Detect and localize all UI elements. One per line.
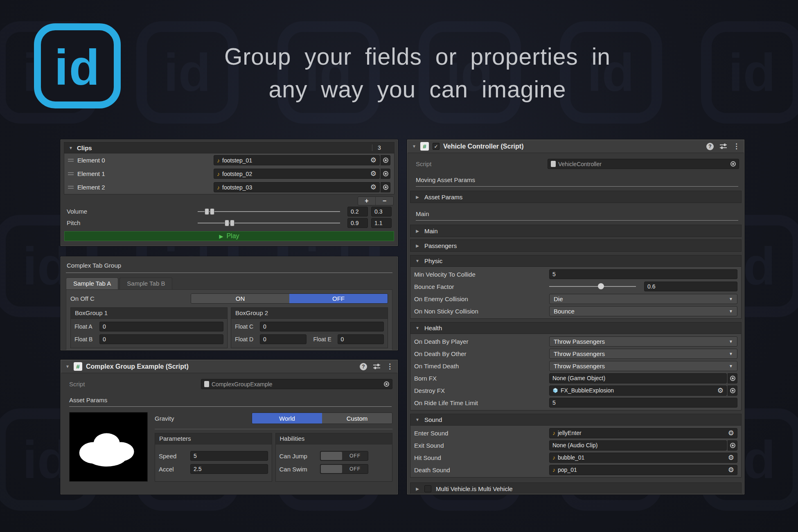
pitch-max-field[interactable]: 1.1 [371,218,392,228]
passengers-foldout[interactable]: ▶ Passengers [410,239,742,252]
off-button[interactable]: OFF [289,294,388,303]
gear-icon[interactable]: ⚙ [370,157,376,164]
play-button[interactable]: ▶ Play [64,231,394,241]
help-icon[interactable]: ? [706,143,714,150]
physic-section-header[interactable]: ▼ Physic [410,255,741,267]
death-by-player-dropdown[interactable]: Throw Passengers ▼ [549,336,737,347]
volume-slider-handles[interactable] [205,208,214,215]
death-sound-field[interactable]: ♪ pop_01 ⚙ [549,465,737,475]
gear-icon[interactable]: ⚙ [370,184,376,191]
float-b-field[interactable]: 0 [99,334,223,344]
audio-clip-field[interactable]: ♪ footstep_03 ⚙ [214,182,390,192]
presets-icon[interactable] [720,143,727,149]
presets-icon[interactable] [373,363,380,370]
float-c-field[interactable]: 0 [260,322,384,331]
help-icon[interactable]: ? [360,363,367,370]
foldout-closed-icon[interactable]: ▶ [415,487,420,491]
foldout-open-icon[interactable]: ▼ [68,146,73,150]
array-size-field[interactable]: 3 [372,144,390,151]
add-element-button[interactable]: + [358,197,376,205]
multi-vehicle-checkbox[interactable] [424,485,431,492]
foldout-open-icon[interactable]: ▼ [415,326,420,330]
object-picker-icon[interactable] [384,381,389,387]
destroy-fx-field[interactable]: FX_BubbleExplosion ⚙ [549,385,737,396]
gear-icon[interactable]: ⚙ [717,387,724,394]
script-object-field[interactable]: VehicleController [548,159,739,169]
tab-sample-b[interactable]: Sample Tab B [119,277,172,289]
foldout-closed-icon[interactable]: ▶ [415,243,420,248]
volume-min-field[interactable]: 0.2 [347,207,368,216]
float-a-field[interactable]: 0 [99,322,223,331]
script-object-field[interactable]: ComplexGroupExample [201,379,392,389]
hit-sound-field[interactable]: ♪ bubble_01 ⚙ [549,453,737,463]
object-picker-button[interactable] [381,155,390,165]
gear-icon[interactable]: ⚙ [728,467,734,473]
bounce-factor-field[interactable]: 0.6 [644,282,737,291]
can-swim-toggle[interactable]: OFF [320,464,368,474]
accel-field[interactable]: 2.5 [190,464,268,474]
foldout-closed-icon[interactable]: ▶ [415,229,420,233]
audio-clip-value[interactable]: ♪ footstep_01 ⚙ [214,155,380,165]
foldout-open-icon[interactable]: ▼ [415,417,420,422]
audio-clip-value[interactable]: ♪ footstep_03 ⚙ [214,182,380,192]
clips-array-header[interactable]: ▼ Clips 3 [64,142,394,153]
object-picker-icon[interactable] [730,161,736,167]
audio-clip-field[interactable]: ♪ footstep_02 ⚙ [214,169,390,179]
component-header[interactable]: ▼ # Complex Group Example (Script) ? ⋮ [61,360,397,373]
audio-clip-field[interactable]: ♪ footstep_01 ⚙ [214,155,390,165]
timed-death-dropdown[interactable]: Throw Passengers ▼ [549,361,737,371]
volume-max-field[interactable]: 0.3 [371,207,392,216]
gear-icon[interactable]: ⚙ [370,170,376,177]
tab-sample-a[interactable]: Sample Tab A [66,277,118,289]
main-foldout[interactable]: ▶ Main [410,225,742,237]
speed-field[interactable]: 5 [190,451,268,461]
drag-handle-icon[interactable] [68,159,74,162]
component-header[interactable]: ▼ # ✓ Vehicle Controller (Script) ? ⋮ [408,140,744,153]
float-d-field[interactable]: 0 [260,334,307,344]
foldout-open-icon[interactable]: ▼ [415,259,420,263]
multi-vehicle-foldout[interactable]: ▶ Multi Vehicle.is Multi Vehicle [410,482,742,494]
audio-clip-value[interactable]: ♪ footstep_02 ⚙ [214,169,380,179]
object-picker-icon [730,443,735,448]
kebab-menu-icon[interactable]: ⋮ [386,362,393,371]
enemy-collision-dropdown[interactable]: Die ▼ [549,294,737,304]
world-button[interactable]: World [252,413,322,424]
pitch-min-field[interactable]: 0.9 [347,218,368,228]
death-by-other-dropdown[interactable]: Throw Passengers ▼ [549,349,737,359]
on-off-toggle: ON OFF [191,293,388,304]
physic-section: ▼ Physic Min Velocity To Collide 5 Bounc… [410,255,742,319]
float-e-field[interactable]: 0 [338,334,384,344]
foldout-closed-icon[interactable]: ▶ [415,195,420,199]
nonsticky-collision-dropdown[interactable]: Bounce ▼ [549,306,737,316]
exit-sound-field[interactable]: None (Audio Clip) [549,440,737,451]
min-velocity-field[interactable]: 5 [549,269,737,279]
volume-minmax-slider[interactable] [198,211,340,212]
object-picker-button[interactable] [728,373,737,383]
drag-handle-icon[interactable] [68,186,74,189]
enter-sound-field[interactable]: ♪ jellyEnter ⚙ [549,428,737,438]
born-fx-field[interactable]: None (Game Object) [549,373,737,383]
ride-limit-field[interactable]: 5 [549,398,737,408]
object-picker-button[interactable] [728,440,737,451]
enabled-checkbox[interactable]: ✓ [433,143,440,150]
pitch-minmax-slider[interactable] [198,223,340,223]
foldout-open-icon[interactable]: ▼ [412,144,417,149]
health-section-header[interactable]: ▼ Health [410,322,741,334]
object-picker-button[interactable] [381,169,390,179]
can-jump-toggle[interactable]: OFF [320,451,368,461]
on-button[interactable]: ON [191,294,289,303]
slider-handle[interactable] [598,283,604,289]
pitch-slider-handles[interactable] [225,220,234,226]
sound-section-header[interactable]: ▼ Sound [410,414,741,426]
remove-element-button[interactable]: − [376,197,393,205]
object-picker-button[interactable] [381,182,390,192]
drag-handle-icon[interactable] [68,172,74,175]
gear-icon[interactable]: ⚙ [728,454,734,461]
gear-icon[interactable]: ⚙ [728,430,734,437]
object-picker-button[interactable] [728,385,737,396]
custom-button[interactable]: Custom [322,413,392,424]
kebab-menu-icon[interactable]: ⋮ [733,142,740,151]
bounce-factor-slider[interactable] [549,286,636,287]
foldout-open-icon[interactable]: ▼ [65,364,70,369]
asset-params-foldout[interactable]: ▶ Asset Params [410,191,742,203]
